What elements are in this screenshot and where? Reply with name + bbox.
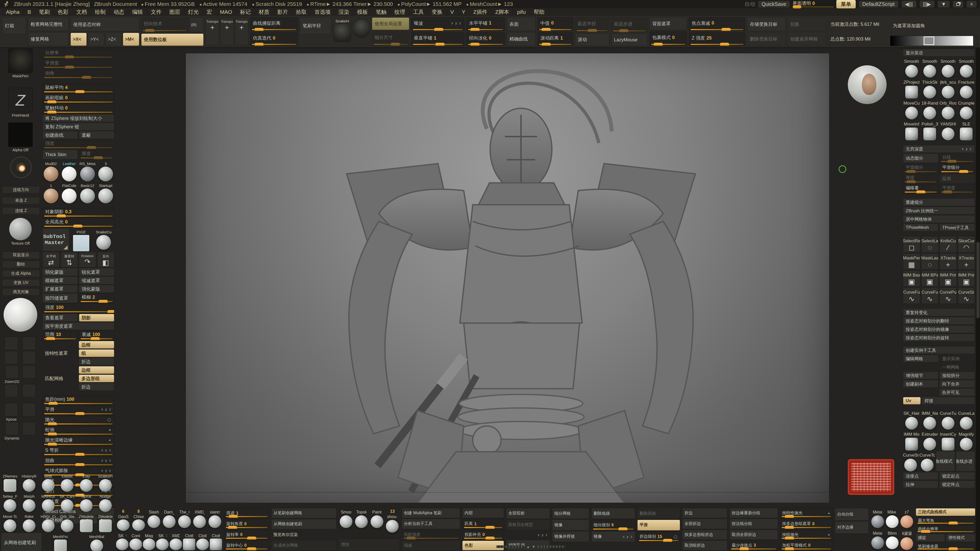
control[interactable]: 细分网格 [552, 508, 589, 519]
control[interactable]: 模糊遮罩 [42, 276, 78, 284]
control[interactable]: 取消全部折边 [729, 530, 778, 540]
control[interactable]: ↷ Rotation [79, 252, 96, 268]
control[interactable]: Uv [903, 397, 921, 405]
rail-item[interactable]: Alpha Off [8, 122, 33, 152]
close-icon[interactable]: × [966, 0, 977, 8]
control[interactable]: Controls [129, 532, 142, 551]
control[interactable]: 按特性遮罩 [42, 349, 78, 357]
menu-item[interactable]: 变换 [428, 8, 447, 16]
control[interactable]: 向下合并 [939, 380, 975, 388]
control[interactable]: 3 [97, 160, 115, 181]
scroll-down-icon[interactable]: ▼ [532, 545, 535, 549]
control[interactable]: 按多边形组折边 [682, 530, 727, 540]
control[interactable]: 细分尺寸 [372, 32, 409, 46]
control[interactable]: Rake [20, 513, 38, 532]
control[interactable]: TPose|子工具 [939, 224, 975, 231]
control[interactable]: 创建实例子工具 [903, 346, 975, 354]
control[interactable]: MoveInf [903, 120, 920, 140]
document-canvas[interactable] [186, 53, 829, 503]
control[interactable]: 应用 [939, 174, 975, 183]
control[interactable]: + XTracto [958, 253, 975, 270]
control[interactable]: TPoseMesh [903, 224, 939, 231]
menu-item[interactable]: 灯光 [184, 8, 203, 16]
control[interactable]: 边框 [79, 366, 115, 374]
control[interactable]: 全部投射 [506, 508, 550, 519]
rail-item[interactable]: 双面显示 [2, 251, 40, 259]
control[interactable]: 强化蒙版 [79, 285, 115, 293]
control[interactable]: 编辑网格 [903, 355, 939, 362]
control[interactable]: 为遮罩添加圆角 [890, 17, 978, 35]
control[interactable]: 动态细分 [903, 154, 939, 163]
control[interactable]: 背面遮罩 [649, 17, 687, 30]
control[interactable]: Smooth [939, 57, 957, 78]
control[interactable]: CurveSt [903, 451, 918, 472]
control[interactable]: 松弛 ● [42, 426, 115, 436]
control[interactable]: RS_Meta [79, 160, 96, 181]
control[interactable]: 按姿态对称划分的翻转 [903, 317, 975, 325]
control[interactable]: 分辨率 [42, 49, 115, 59]
control[interactable]: 遮蔽 [79, 131, 115, 139]
control[interactable]: 预览布尔渲染 [271, 530, 337, 540]
control[interactable]: 精确曲线 [507, 32, 536, 46]
shelf-prev-icon[interactable]: ◀||| [901, 0, 917, 8]
control[interactable]: 合并可见 [939, 389, 975, 396]
control[interactable]: 水平平铺 1 [466, 17, 505, 31]
control[interactable]: 折边 [79, 383, 115, 391]
control[interactable]: 折边级别 15 ◯ [637, 531, 680, 542]
control[interactable]: 锐化遮罩 [79, 268, 115, 276]
control[interactable] [890, 36, 978, 46]
control[interactable]: 笔触抖动 0 [42, 104, 115, 114]
control[interactable]: FlatColo [61, 182, 78, 203]
menu-item[interactable]: 笔触 [372, 8, 391, 16]
rail-item[interactable] [5, 351, 18, 365]
menu-item[interactable]: MAO [216, 9, 236, 15]
menu-item[interactable]: 模板 [353, 8, 372, 16]
control[interactable]: 折边 [79, 358, 115, 365]
control[interactable]: MoveCu [903, 99, 920, 119]
control[interactable]: 中值 0 [538, 17, 573, 31]
rail-item[interactable]: FreeHand [8, 88, 33, 118]
control[interactable]: 18-Rand [921, 99, 939, 119]
control[interactable]: Thick Skin [42, 150, 78, 159]
control[interactable]: Smooth [339, 508, 353, 538]
control[interactable]: 增加 [339, 539, 400, 551]
control[interactable]: Smooth [903, 57, 920, 78]
menu-item[interactable]: Z插件 [469, 8, 492, 16]
control[interactable]: 强度 [42, 140, 115, 149]
control[interactable]: 删除变换目标 [747, 32, 786, 46]
rail-item[interactable] [5, 384, 18, 398]
control[interactable]: 按特性抛光 ● [780, 508, 833, 518]
control[interactable]: 投射历史模型 [506, 519, 550, 530]
control[interactable]: 存储变换目标 [747, 17, 786, 31]
control[interactable]: Paint [369, 508, 384, 538]
control[interactable]: + Transpo [220, 17, 234, 46]
control[interactable]: Metal 01 [871, 508, 884, 529]
control[interactable]: 6蒙蒙_re [900, 529, 914, 551]
control[interactable]: 厚度 [903, 174, 939, 183]
control[interactable]: 删除低级 [591, 508, 635, 519]
control[interactable]: 加权平滑模式 0 [780, 540, 833, 551]
control[interactable]: 重建细分 [903, 198, 975, 206]
control[interactable]: ▣ IMM Bas [903, 270, 920, 287]
control[interactable]: 显示英语 [903, 49, 975, 57]
control[interactable]: Magnify [958, 430, 975, 451]
control[interactable]: IMM_Na [921, 410, 939, 430]
control[interactable]: StartupI [97, 182, 115, 203]
control[interactable]: + XTracto [939, 253, 957, 270]
control[interactable]: 最大弯角 [916, 517, 975, 525]
control[interactable]: 延迟半径 [575, 17, 609, 32]
control[interactable]: 缩减遮罩 [79, 276, 115, 284]
control[interactable]: xianmac [208, 508, 222, 531]
control[interactable]: 分段 [939, 154, 975, 163]
control[interactable]: 范围 10 [42, 330, 78, 340]
opacity-handle[interactable] [793, 5, 801, 8]
menu-item[interactable]: Y [458, 9, 469, 15]
control[interactable]: PIGE [70, 228, 92, 251]
control[interactable]: Polish_3 [921, 120, 939, 140]
document-preview-thumb[interactable] [848, 65, 886, 104]
control[interactable]: 扩展遮罩 [42, 285, 78, 293]
shelf-next-icon[interactable]: |||▶ [919, 0, 935, 8]
control[interactable]: 使用全局设置 [372, 17, 409, 30]
rail-item[interactable]: Texture Off [9, 218, 32, 245]
control[interactable]: 平滑度 [939, 184, 975, 194]
